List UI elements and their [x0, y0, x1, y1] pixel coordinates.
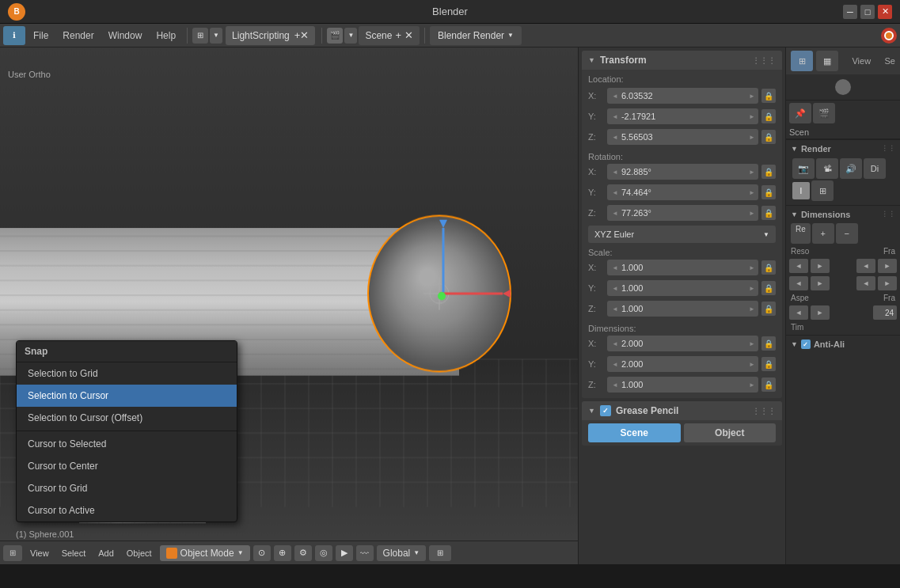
scale-z-field[interactable]: 1.000 [607, 301, 758, 317]
dim-z-field[interactable]: 1.000 [607, 377, 758, 393]
gp-checkbox[interactable]: ✓ [600, 405, 611, 416]
rp-pin-icon[interactable]: 📌 [789, 103, 811, 123]
rotation-y-lock[interactable]: 🔒 [761, 185, 776, 199]
viewport-3d[interactable]: User Ortho Snap Selection to Grid Select… [0, 47, 578, 564]
snap-item-selection-to-cursor-offset[interactable]: Selection to Cursor (Offset) [17, 407, 237, 429]
help-menu[interactable]: Help [150, 28, 182, 44]
file-menu[interactable]: File [27, 28, 55, 44]
scene-icon[interactable]: 🎬 [327, 28, 343, 44]
select-menu-btn[interactable]: Select [57, 547, 91, 560]
render-icon-1[interactable]: 📷 [792, 158, 815, 179]
rp-icon-2[interactable]: ▦ [816, 51, 838, 71]
gp-triangle: ▼ [588, 407, 595, 415]
location-z-field[interactable]: 5.56503 [607, 129, 758, 145]
anti-ali-checkbox[interactable]: ✓ [801, 340, 811, 349]
snap-item-cursor-to-active[interactable]: Cursor to Active [17, 499, 237, 522]
location-x-lock[interactable]: 🔒 [761, 89, 776, 103]
scale-x-field[interactable]: 1.000 [607, 260, 758, 275]
snap-item-selection-to-grid[interactable]: Selection to Grid [17, 362, 237, 385]
scene-dropdown[interactable]: ▼ [344, 28, 357, 44]
fra-right[interactable]: ► [878, 259, 897, 273]
pivot-btn-2[interactable]: ⊕ [274, 545, 291, 561]
fra-right-2[interactable]: ► [878, 276, 897, 290]
scene-close[interactable]: ✕ [404, 29, 413, 41]
dim-x-field[interactable]: 2.000 [607, 336, 758, 351]
location-x-field[interactable]: 6.03532 [607, 88, 758, 104]
dim-z-lock[interactable]: 🔒 [761, 377, 776, 392]
scale-x-lock[interactable]: 🔒 [761, 260, 776, 275]
game-btn[interactable]: ▶ [336, 545, 353, 561]
minus-btn[interactable]: − [836, 223, 858, 244]
object-menu-btn[interactable]: Object [122, 547, 157, 560]
viewport-icon[interactable]: ⊞ [192, 28, 208, 44]
scale-y-field[interactable]: 1.000 [607, 280, 758, 296]
aspe-right[interactable]: ► [811, 305, 830, 320]
close-button[interactable]: ✕ [878, 5, 892, 19]
workspace-selector[interactable]: LightScripting + ✕ [226, 26, 315, 45]
dim-y-field[interactable]: 2.000 [607, 356, 758, 372]
scene-selector[interactable]: Scene + ✕ [359, 26, 420, 45]
rotation-x-lock[interactable]: 🔒 [761, 165, 776, 179]
snap-item-cursor-to-center[interactable]: Cursor to Center [17, 455, 237, 477]
dim-x-lock[interactable]: 🔒 [761, 336, 776, 351]
location-z-lock[interactable]: 🔒 [761, 130, 776, 144]
reso-right-2[interactable]: ► [811, 276, 830, 290]
render-icon-4[interactable]: Di [864, 158, 886, 179]
magnet-btn[interactable]: ⚙ [294, 545, 312, 561]
fra2-value[interactable]: 24 [873, 305, 897, 320]
grease-pencil-header[interactable]: ▼ ✓ Grease Pencil ⋮⋮⋮ [582, 401, 782, 420]
scale-y-lock[interactable]: 🔒 [761, 281, 776, 295]
workspace-remove[interactable]: ✕ [300, 29, 309, 41]
minimize-button[interactable]: ─ [843, 5, 857, 19]
pivot-btn-1[interactable]: ⊙ [253, 545, 271, 561]
reso-left[interactable]: ◄ [789, 259, 808, 273]
title-label: Blender [432, 6, 468, 17]
euler-selector[interactable]: XYZ Euler [588, 226, 776, 243]
location-y-field[interactable]: -2.17921 [607, 108, 758, 124]
scale-z-lock[interactable]: 🔒 [761, 302, 776, 316]
re-btn[interactable]: Re [791, 223, 811, 244]
rp-circle[interactable] [835, 79, 851, 95]
aspe-left[interactable]: ◄ [789, 305, 808, 320]
reso-right[interactable]: ► [811, 259, 830, 273]
snap-item-cursor-to-selected[interactable]: Cursor to Selected [17, 433, 237, 455]
workspace-add[interactable]: + [294, 29, 301, 41]
window-menu[interactable]: Window [102, 28, 149, 44]
scene-add[interactable]: + [395, 29, 401, 41]
render-i-btn[interactable]: I [792, 182, 810, 199]
dim-y-lock[interactable]: 🔒 [761, 357, 776, 371]
render-menu[interactable]: Render [56, 28, 100, 44]
rotation-y-field[interactable]: 74.464° [607, 184, 758, 200]
maximize-button[interactable]: □ [860, 5, 875, 19]
render-icon-3[interactable]: 🔊 [840, 158, 862, 179]
grid-btn[interactable]: ⊞ [429, 545, 451, 561]
mode-selector[interactable]: Object Mode ▼ [160, 545, 250, 561]
gp-object-btn[interactable]: Object [684, 423, 777, 442]
rp-scene-icon[interactable]: 🎬 [813, 103, 835, 123]
render-engine-selector[interactable]: Blender Render ▼ [430, 26, 522, 45]
render-icon-5[interactable]: ⊞ [811, 180, 834, 201]
fra-left-2[interactable]: ◄ [856, 276, 875, 290]
gp-scene-btn[interactable]: Scene [588, 423, 681, 442]
snap-item-cursor-to-grid[interactable]: Cursor to Grid [17, 477, 237, 499]
rotation-z-lock[interactable]: 🔒 [761, 206, 776, 220]
fra-left[interactable]: ◄ [856, 259, 875, 273]
dropdown-icon[interactable]: ▼ [210, 28, 222, 44]
path-btn[interactable]: 〰 [356, 545, 374, 561]
view-menu-btn[interactable]: View [25, 547, 54, 560]
render-icon-2[interactable]: 📽 [816, 158, 838, 179]
global-selector[interactable]: Global ▼ [377, 545, 427, 561]
rotation-z-field[interactable]: 77.263° [607, 205, 758, 221]
plus-btn[interactable]: + [812, 223, 834, 244]
rp-view-icon[interactable]: ⊞ [791, 51, 813, 71]
blender-icon-btn[interactable]: ℹ [3, 26, 25, 45]
rotation-y-row: Y: 74.464° 🔒 [582, 182, 782, 203]
rotation-x-field[interactable]: 92.885° [607, 164, 758, 180]
add-menu-btn[interactable]: Add [93, 547, 119, 560]
snap-item-selection-to-cursor[interactable]: Selection to Cursor [17, 385, 237, 407]
viewport-type-icon[interactable]: ⊞ [3, 545, 22, 561]
transform-header[interactable]: ▼ Transform ⋮⋮⋮ [582, 51, 782, 70]
reso-left-2[interactable]: ◄ [789, 276, 808, 290]
location-y-lock[interactable]: 🔒 [761, 109, 776, 123]
proportional-btn[interactable]: ◎ [315, 545, 332, 561]
